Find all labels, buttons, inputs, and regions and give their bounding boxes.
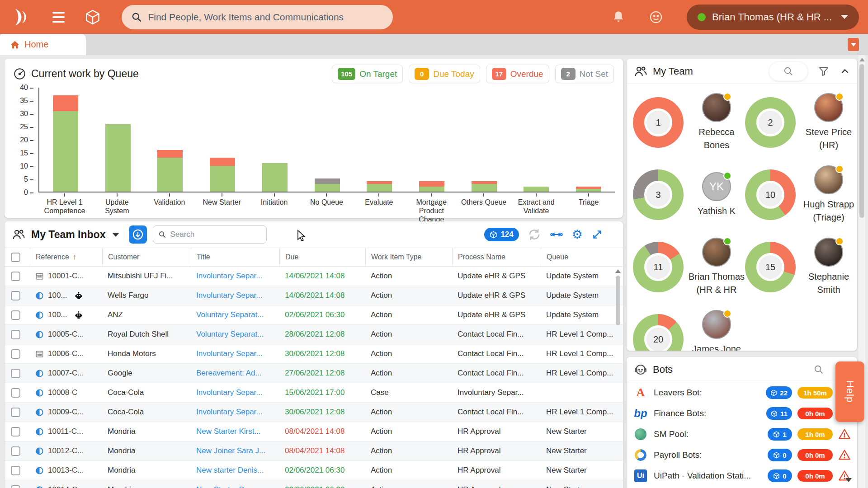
user-menu[interactable]: Brian Thomas (HR & HR ... [687, 5, 859, 30]
table-row[interactable]: 100... Wells Fargo Involuntary Separ... … [5, 286, 623, 305]
warning-icon[interactable] [838, 428, 851, 441]
bar-new-starter[interactable] [210, 88, 235, 192]
menu-icon[interactable] [52, 12, 65, 23]
inbox-view-dropdown[interactable] [112, 233, 119, 237]
tab-home[interactable]: Home [0, 34, 86, 55]
table-row[interactable]: 10001-C... Mitsubishi UFJ Fi... Involunt… [5, 267, 623, 286]
bot-row-sm-pool[interactable]: SM Pool: 1 1h 0m [633, 424, 851, 445]
work-item-count-badge[interactable]: 124 [484, 228, 519, 241]
table-row[interactable]: 10013-C... Mondria New starter Denis... … [5, 461, 623, 480]
table-row[interactable]: 10011-C... Mondria New Starter Kirst... … [5, 422, 623, 441]
member-workload-donut[interactable]: 3 [633, 169, 684, 220]
team-member-stephanie-smith[interactable]: 15 Stephanie Smith [745, 238, 857, 296]
column-header-title[interactable]: Title [191, 248, 279, 266]
member-workload-donut[interactable]: 2 [745, 97, 796, 148]
column-header-queue[interactable]: Queue [541, 248, 623, 266]
column-header-process-name[interactable]: Process Name [452, 248, 541, 266]
row-checkbox[interactable] [11, 446, 20, 456]
work-item-link[interactable]: New Joiner Sara J... [191, 446, 279, 455]
member-workload-donut[interactable]: 15 [745, 242, 796, 292]
table-row[interactable]: 10012-C... Mondria New Joiner Sara J... … [5, 441, 623, 461]
team-member-hugh-strapp-triage[interactable]: 10 Hugh Strapp (Triage) [745, 165, 857, 224]
table-row[interactable]: 10009-C... Coca-Cola Involuntary Separ..… [5, 403, 623, 422]
column-header-work-item-type[interactable]: Work Item Type [365, 248, 452, 266]
work-item-link[interactable]: Voluntary Separat... [191, 310, 279, 319]
collapse-chevron-icon[interactable] [840, 66, 850, 76]
team-member-rebecca-bones[interactable]: 1 Rebecca Bones [633, 93, 745, 152]
select-all-checkbox[interactable] [11, 253, 20, 262]
row-checkbox[interactable] [11, 291, 20, 300]
global-search-input[interactable] [148, 12, 383, 23]
global-search[interactable] [122, 5, 393, 29]
table-row[interactable]: 10008-C Coca-Cola Involuntary Separ... 1… [5, 383, 623, 403]
bar-update-system[interactable] [105, 88, 131, 192]
bar-others-queue[interactable] [472, 88, 497, 192]
fetch-work-button[interactable] [129, 225, 147, 244]
table-scrollbar[interactable] [615, 267, 621, 488]
work-item-link[interactable]: Voluntary Separat... [191, 330, 279, 339]
tab-overflow-button[interactable] [848, 38, 859, 51]
scrollbar-thumb[interactable] [616, 276, 620, 325]
row-checkbox[interactable] [11, 310, 20, 320]
team-member-yathish-k[interactable]: 3 YK Yathish K [633, 165, 745, 224]
row-checkbox[interactable] [11, 408, 20, 417]
table-row[interactable]: 10014-C Mondria New Starter Davy... 02/0… [5, 480, 623, 488]
badge-due-today[interactable]: 0 Due Today [409, 65, 480, 83]
team-search[interactable] [769, 62, 807, 81]
scroll-up-icon[interactable] [615, 269, 621, 273]
scroll-up-icon[interactable] [859, 58, 865, 61]
bar-initiation[interactable] [262, 88, 288, 192]
badge-not-set[interactable]: 2 Not Set [555, 65, 614, 83]
bar-evaluate[interactable] [367, 88, 392, 192]
inbox-search[interactable] [153, 225, 267, 244]
inbox-search-input[interactable] [170, 230, 261, 239]
member-workload-donut[interactable]: 11 [633, 242, 684, 292]
scroll-down-icon[interactable] [845, 478, 852, 482]
bar-hr-level-1-competence[interactable] [53, 88, 78, 192]
search-icon[interactable] [814, 365, 824, 375]
notifications-bell-icon[interactable] [612, 10, 625, 24]
scrollbar-thumb[interactable] [859, 64, 864, 218]
team-member-brian-thomas-hr-hr[interactable]: 11 Brian Thomas (HR & HR [633, 238, 745, 296]
table-row[interactable]: 10007-C... Google Bereavement: Ad... 27/… [5, 364, 623, 383]
help-button[interactable]: Help [835, 361, 864, 422]
row-checkbox[interactable] [11, 427, 20, 436]
smiley-feedback-icon[interactable] [649, 10, 663, 24]
row-checkbox[interactable] [11, 466, 20, 475]
row-checkbox[interactable] [11, 388, 20, 398]
bar-triage[interactable] [576, 88, 601, 192]
column-resize-icon[interactable] [550, 228, 563, 241]
settings-gear-icon[interactable]: ⚙ [572, 229, 583, 241]
member-workload-donut[interactable]: 1 [633, 97, 684, 148]
member-workload-donut[interactable]: 10 [745, 169, 796, 220]
table-row[interactable]: 100... ANZ Voluntary Separat... 02/06/20… [5, 305, 623, 325]
bot-row-uipath-validation-stati[interactable]: Ui UiPath - Validation Stati... 0 0h 0m [633, 465, 851, 486]
app-logo-icon[interactable] [11, 7, 32, 28]
page-scrollbar[interactable] [859, 55, 865, 488]
work-item-link[interactable]: Involuntary Separ... [191, 272, 279, 281]
member-workload-donut[interactable]: 20 [633, 314, 684, 351]
column-header-due[interactable]: Due [279, 248, 365, 266]
work-item-link[interactable]: Bereavement: Ad... [191, 369, 279, 378]
apps-cube-icon[interactable] [85, 9, 101, 25]
work-item-link[interactable]: New Starter Davy... [191, 485, 279, 488]
bar-validation[interactable] [157, 88, 183, 192]
work-item-link[interactable]: Involuntary Separ... [191, 291, 279, 300]
team-member-steve-price-hr[interactable]: 2 Steve Price (HR) [745, 93, 857, 152]
work-item-link[interactable]: Involuntary Separ... [191, 388, 279, 397]
work-item-link[interactable]: New Starter Kirst... [191, 427, 279, 436]
bot-row-leavers-bot[interactable]: A Leavers Bot: 22 1h 50m [633, 382, 851, 403]
row-checkbox[interactable] [11, 369, 20, 378]
bar-mortgage-product-change[interactable] [419, 88, 444, 192]
filter-icon[interactable] [818, 66, 829, 77]
row-checkbox[interactable] [11, 272, 20, 281]
warning-icon[interactable] [838, 449, 851, 461]
row-checkbox[interactable] [11, 330, 20, 339]
bot-row-payroll-bots[interactable]: Payroll Bots: 0 0h 0m [633, 445, 851, 465]
expand-icon[interactable] [591, 229, 603, 240]
work-item-link[interactable]: Involuntary Separ... [191, 349, 279, 358]
team-member-james-jone-systems[interactable]: 20 James Jone (Systems & [633, 310, 745, 351]
bar-extract-and-validate[interactable] [524, 88, 549, 192]
bar-no-queue[interactable] [315, 88, 340, 192]
table-row[interactable]: 10006-C... Honda Motors Involuntary Sepa… [5, 344, 623, 364]
